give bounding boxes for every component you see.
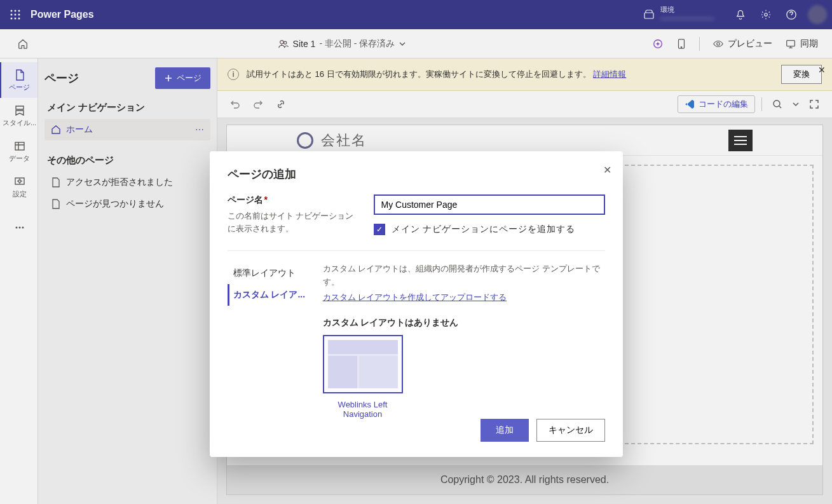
no-custom-layout-heading: カスタム レイアウトはありません [323, 317, 605, 329]
layout-tabs: 標準レイアウト カスタム レイア... [228, 262, 310, 306]
page-name-input[interactable] [374, 194, 605, 215]
layout-card-weblinks[interactable] [323, 335, 403, 393]
modal-backdrop: ページの追加 ✕ ページ名* この名前はサイト ナビゲーションに表示されます。 … [0, 0, 832, 504]
close-icon[interactable]: ✕ [603, 164, 611, 176]
create-custom-layout-link[interactable]: カスタム レイアウトを作成してアップロードする [323, 292, 507, 303]
page-name-help: この名前はサイト ナビゲーションに表示されます。 [228, 210, 361, 235]
tab-standard-layout[interactable]: 標準レイアウト [228, 262, 310, 284]
add-to-nav-checkbox[interactable]: ✓ [374, 224, 385, 235]
add-button[interactable]: 追加 [481, 419, 529, 442]
tab-custom-layout[interactable]: カスタム レイア... [228, 284, 310, 306]
modal-title: ページの追加 [228, 167, 605, 182]
cancel-button[interactable]: キャンセル [536, 419, 605, 442]
add-page-modal: ページの追加 ✕ ページ名* この名前はサイト ナビゲーションに表示されます。 … [210, 151, 623, 457]
layout-caption: Weblinks Left Navigation [323, 400, 403, 419]
page-name-label: ページ名* [228, 194, 361, 206]
custom-layout-desc: カスタム レイアウトは、組織内の開発者が作成するページ テンプレートです。 [323, 262, 605, 289]
checkbox-label: メイン ナビゲーションにページを追加する [392, 224, 576, 235]
